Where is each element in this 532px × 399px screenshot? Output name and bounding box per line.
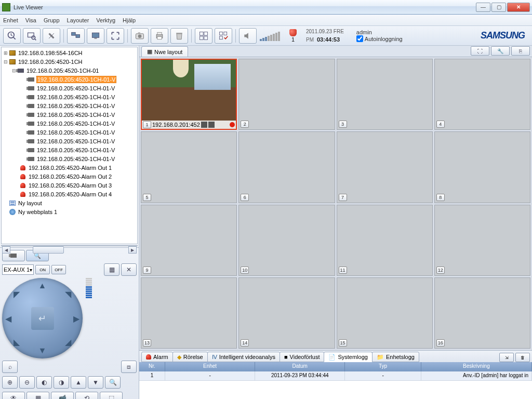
tree-alarm[interactable]: 192.168.0.205:4520-Alarm Out 2 xyxy=(28,174,112,180)
col-datum[interactable]: Datum xyxy=(255,362,345,371)
preset2-button[interactable]: ▦ xyxy=(26,392,49,399)
log-tab-devicelog[interactable]: 📁Enhetslogg xyxy=(372,352,419,362)
scroll-left-icon[interactable]: ◀ xyxy=(2,246,10,254)
tree-node[interactable]: 192.168.0.205:4520-1CH-01-V xyxy=(36,112,115,118)
fullscreen-button[interactable] xyxy=(107,28,124,44)
zoom-out-button[interactable]: ⊖ xyxy=(19,376,35,389)
preset3-button[interactable]: 📹 xyxy=(51,392,74,399)
col-typ[interactable]: Typ xyxy=(345,362,421,371)
ptz-upright-icon[interactable]: ◥ xyxy=(65,289,71,299)
maximize-button[interactable]: ▢ xyxy=(491,3,506,12)
scroll-right-icon[interactable]: ▶ xyxy=(128,246,137,254)
ptz-wheel[interactable]: ↵ ▲ ▼ ◀ ▶ ◤ ◥ ◣ ◢ xyxy=(2,278,83,358)
col-enhet[interactable]: Enhet xyxy=(165,362,255,371)
tree-node[interactable]: 192.168.0.205:4520-1CH-01-V xyxy=(36,94,115,100)
preset5-button[interactable]: ⬚ xyxy=(100,392,123,399)
grid-cell-16[interactable]: 16 xyxy=(434,277,530,349)
layout-config-button[interactable]: 🔧 xyxy=(491,46,510,56)
aux-on-button[interactable]: ON xyxy=(35,265,50,274)
tree-node-selected[interactable]: 192.168.0.205:4520-1CH-01-V xyxy=(36,76,116,83)
menu-enhet[interactable]: Enhet xyxy=(3,17,18,23)
single-monitor-button[interactable] xyxy=(87,28,104,44)
ptz-right-icon[interactable]: ▶ xyxy=(73,313,79,323)
grid-cell-6[interactable]: 6 xyxy=(238,131,335,203)
zoom-in-button[interactable]: ⊕ xyxy=(2,376,18,389)
tree-node[interactable]: 192.168.0.198:554-16CH xyxy=(18,50,83,56)
col-beskrivning[interactable]: Beskrivning xyxy=(421,362,532,371)
area-zoom-button[interactable]: ⧈ xyxy=(121,361,137,373)
log-tab-alarm[interactable]: Alarm xyxy=(141,352,173,362)
tree-node[interactable]: 192.168.0.205:4520-1CH-01-V xyxy=(36,138,115,144)
tree-node[interactable]: 192.168.0.205:4520-1CH-01-V xyxy=(36,147,115,153)
ptz-downright-icon[interactable]: ◢ xyxy=(65,337,71,347)
find-button[interactable] xyxy=(23,28,41,44)
ptz-cancel-button[interactable]: ✕ xyxy=(121,263,137,276)
grid-cell-15[interactable]: 15 xyxy=(337,277,433,349)
aux-select[interactable]: EX-AUX 1 ▾ xyxy=(2,264,34,275)
menu-grupp[interactable]: Grupp xyxy=(44,17,60,23)
speaker-icon[interactable] xyxy=(208,122,215,128)
grid-cell-2[interactable]: 2 xyxy=(238,59,335,130)
search-clock-button[interactable] xyxy=(3,28,21,44)
tree-node[interactable]: 192.168.0.205:4520-1CH-01-V xyxy=(36,129,115,136)
monitors-button[interactable] xyxy=(67,28,85,44)
tree-site[interactable]: Ny webbplats 1 xyxy=(18,209,58,215)
tree-hscrollbar[interactable]: ◀ ▶ xyxy=(1,245,138,246)
preset1-button[interactable]: 👁 xyxy=(2,392,25,399)
tree-alarm[interactable]: 192.168.0.205:4520-Alarm Out 3 xyxy=(28,182,112,189)
volume-level[interactable] xyxy=(260,31,280,41)
tree-node[interactable]: 192.168.0.205:4520-1CH xyxy=(18,59,83,65)
autologin-checkbox[interactable]: Autoinloggning xyxy=(356,35,403,42)
log-tab-systemlog[interactable]: 📄Systemlogg xyxy=(324,352,372,362)
tree-node[interactable]: 192.168.0.205:4520-1CH-01-V xyxy=(36,156,115,162)
scroll-thumb[interactable] xyxy=(33,246,64,254)
print-button[interactable] xyxy=(151,28,168,44)
menu-layouter[interactable]: Layouter xyxy=(67,17,89,23)
tree-node[interactable]: 192.168.0.205:4520-1CH-01 xyxy=(26,68,99,74)
layout-fullscreen-button[interactable]: ⛶ xyxy=(471,46,489,56)
grid-cell-13[interactable]: 13 xyxy=(141,277,237,349)
mic-icon[interactable] xyxy=(201,122,207,128)
ptz-down-icon[interactable]: ▼ xyxy=(38,346,47,355)
ptz-upleft-icon[interactable]: ◤ xyxy=(14,289,20,299)
menu-hjalp[interactable]: Hjälp xyxy=(123,17,136,23)
ptz-search-button[interactable]: 🔍 xyxy=(105,376,121,389)
col-nr[interactable]: Nr. xyxy=(139,362,165,371)
grid-cell-10[interactable]: 10 xyxy=(238,205,335,276)
layout-export-button[interactable]: ⎘ xyxy=(511,46,530,56)
focus-near-button[interactable]: ▲ xyxy=(71,376,86,389)
grid-cell-14[interactable]: 14 xyxy=(238,277,335,349)
grid-cell-5[interactable]: 5 xyxy=(141,131,237,203)
log-tab-iva[interactable]: ⅣIntelligent videoanalys xyxy=(207,352,280,362)
ptz-downleft-icon[interactable]: ◣ xyxy=(14,337,20,347)
grid-cell-9[interactable]: 9 xyxy=(141,205,237,276)
ptz-left-icon[interactable]: ◀ xyxy=(5,313,11,323)
log-row[interactable]: 1 - 2011-09-23 PM 03:44:44 - Anv.-ID [ad… xyxy=(139,371,532,381)
ptz-select-button[interactable]: ▦ xyxy=(104,263,119,276)
tree-node[interactable]: 192.168.0.205:4520-1CH-01-V xyxy=(36,85,115,91)
tree-alarm[interactable]: 192.168.0.205:4520-Alarm Out 1 xyxy=(28,165,112,171)
close-button[interactable]: ✕ xyxy=(507,3,530,12)
ptz-up-icon[interactable]: ▲ xyxy=(38,281,47,290)
log-tab-motion[interactable]: ◆Rörelse xyxy=(172,352,208,362)
grid-cell-4[interactable]: 4 xyxy=(434,59,530,130)
layout-tab[interactable]: ▦ Nwe layout xyxy=(141,46,188,57)
log-tab-videoloss[interactable]: ■Videoförlust xyxy=(280,352,325,362)
grid-cell-8[interactable]: 8 xyxy=(434,131,530,203)
settings-button[interactable] xyxy=(43,28,60,44)
log-clear-button[interactable]: 🗑 xyxy=(515,353,530,362)
menu-verktyg[interactable]: Verktyg xyxy=(96,17,115,23)
grid-layout-button[interactable] xyxy=(195,28,212,44)
tree-node[interactable]: 192.168.0.205:4520-1CH-01-V xyxy=(36,103,115,109)
grid-cell-11[interactable]: 11 xyxy=(337,205,433,276)
tree-layout[interactable]: Ny layout xyxy=(18,200,43,206)
tree-node[interactable]: 192.168.0.205:4520-1CH-01-V xyxy=(36,121,115,127)
volume-button[interactable] xyxy=(239,28,257,44)
tree-alarm[interactable]: 192.168.0.205:4520-Alarm Out 4 xyxy=(28,191,112,197)
alarm-indicator[interactable]: 1 xyxy=(289,29,297,43)
iris-open-button[interactable]: ◐ xyxy=(36,376,52,389)
minimize-button[interactable]: — xyxy=(476,3,490,12)
trash-button[interactable] xyxy=(170,28,188,44)
grid-cell-12[interactable]: 12 xyxy=(434,205,530,276)
ptz-home-button[interactable]: ↵ xyxy=(31,307,54,330)
